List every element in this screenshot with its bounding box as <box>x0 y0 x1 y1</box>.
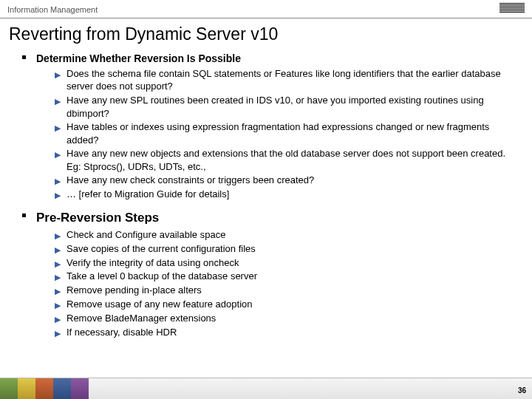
list-item: ▶Have tables or indexes using expression… <box>55 120 517 146</box>
list-item-text: Have any new new objects and extensions … <box>66 147 517 173</box>
list-item: ▶Does the schema file contain SQL statem… <box>55 67 517 93</box>
list-item: ▶Remove pending in-place alters <box>55 284 517 297</box>
page-number: 36 <box>518 386 526 395</box>
list-item: ▶Have any new check constraints or trigg… <box>55 174 517 187</box>
svg-rect-1 <box>499 4 525 5</box>
chevron-right-icon: ▶ <box>55 123 61 134</box>
header-category: Information Management <box>7 5 98 14</box>
list-item-text: … [refer to Migration Guide for details] <box>66 188 229 201</box>
chevron-right-icon: ▶ <box>55 272 61 283</box>
chevron-right-icon: ▶ <box>55 149 61 160</box>
list-item: ▶Take a level 0 backup of the database s… <box>55 270 517 283</box>
list-item-text: Take a level 0 backup of the database se… <box>66 270 257 283</box>
chevron-right-icon: ▶ <box>55 245 61 256</box>
list-item-text: Have tables or indexes using expression … <box>66 120 517 146</box>
svg-rect-4 <box>499 9 525 10</box>
list-item-text: Remove BladeManager extensions <box>66 312 216 325</box>
chevron-right-icon: ▶ <box>55 328 61 339</box>
list-item-text: Verify the integrity of data using onche… <box>66 256 239 270</box>
chevron-right-icon: ▶ <box>55 259 61 270</box>
list-item-text: Does the schema file contain SQL stateme… <box>66 67 517 93</box>
list-item: ▶If necessary, disable HDR <box>55 326 517 339</box>
list-item: ▶Have any new SPL routines been created … <box>55 94 517 120</box>
footer-color-blocks <box>0 378 89 399</box>
bullet-square-icon <box>22 55 26 59</box>
section-heading: Determine Whether Reversion Is Possible <box>22 52 517 66</box>
chevron-right-icon: ▶ <box>55 231 61 242</box>
svg-rect-3 <box>499 7 525 8</box>
bullet-square-icon <box>22 214 26 217</box>
list-item: ▶… [refer to Migration Guide for details… <box>55 188 517 201</box>
chevron-right-icon: ▶ <box>55 190 61 201</box>
chevron-right-icon: ▶ <box>55 300 61 311</box>
chevron-right-icon: ▶ <box>55 176 61 187</box>
ibm-logo-icon <box>499 3 525 16</box>
svg-rect-0 <box>499 3 525 4</box>
sub-list: ▶Check and Configure available space▶Sav… <box>55 228 517 339</box>
list-item-text: Have any new SPL routines been created i… <box>66 94 517 120</box>
list-item-text: Check and Configure available space <box>66 228 225 242</box>
list-item: ▶Save copies of the current configuratio… <box>55 242 517 256</box>
list-item: ▶Remove BladeManager extensions <box>55 312 517 325</box>
svg-rect-5 <box>499 10 525 11</box>
slide-title: Reverting from Dynamic Server v10 <box>9 24 532 44</box>
svg-rect-2 <box>499 6 525 7</box>
list-item: ▶Check and Configure available space <box>55 228 517 242</box>
chevron-right-icon: ▶ <box>55 69 61 81</box>
chevron-right-icon: ▶ <box>55 314 61 325</box>
section-heading: Pre-Reversion Steps <box>22 210 517 227</box>
chevron-right-icon: ▶ <box>55 286 61 297</box>
header: Information Management <box>0 0 532 18</box>
section-heading-label: Determine Whether Reversion Is Possible <box>36 52 241 66</box>
list-item-text: Remove pending in-place alters <box>66 284 202 297</box>
list-item-text: If necessary, disable HDR <box>66 326 177 339</box>
chevron-right-icon: ▶ <box>55 96 61 107</box>
section-heading-label: Pre-Reversion Steps <box>36 210 159 227</box>
svg-rect-6 <box>499 12 525 13</box>
slide-content: Determine Whether Reversion Is Possible▶… <box>0 52 532 339</box>
list-item-text: Have any new check constraints or trigge… <box>66 174 314 187</box>
sub-list: ▶Does the schema file contain SQL statem… <box>55 67 517 201</box>
list-item: ▶Remove usage of any new feature adoptio… <box>55 298 517 311</box>
list-item-text: Save copies of the current configuration… <box>66 242 256 256</box>
list-item: ▶Have any new new objects and extensions… <box>55 147 517 173</box>
list-item: ▶Verify the integrity of data using onch… <box>55 256 517 270</box>
footer: 36 <box>0 378 532 399</box>
footer-mid-graphic <box>89 378 532 399</box>
list-item-text: Remove usage of any new feature adoption <box>66 298 253 311</box>
